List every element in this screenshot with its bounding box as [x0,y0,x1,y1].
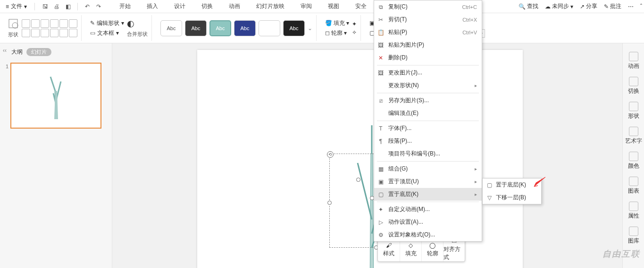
right-sidebar: 动画 切换 形状 艺术字 颜色 图表 属性 图库 [622,43,644,268]
ctx-delete[interactable]: ✕删除(D) [374,51,482,64]
chevron-right-icon: ▸ [475,192,477,197]
slide-number: 1 [6,64,8,69]
collapse-icon[interactable]: ‹‹ [3,47,7,54]
ctx-save-pic[interactable]: ⎚另存为图片(S)... [374,94,482,107]
separator [377,93,479,93]
ctx-group[interactable]: ▦组合(G)▸ [374,162,482,175]
effects-a[interactable]: ✦ [352,21,357,27]
ctx-bring-front[interactable]: ▣置于顶层(U)▸ [374,175,482,188]
handle-w[interactable] [327,201,332,205]
ctx-label: 删除(D) [388,54,408,62]
search-button[interactable]: 🔍查找 [519,2,538,10]
back-icon: ▢ [485,182,493,188]
textbox-icon: ▭ [90,30,95,36]
sync-button[interactable]: ☁未同步▾ [545,2,573,10]
style-5[interactable] [259,20,280,36]
edit-shape-label: 编辑形状 [97,19,119,27]
shape-gallery[interactable] [22,19,77,37]
textbox-button[interactable]: ▭文本框▾ [90,29,124,37]
style-1[interactable]: Abc [160,20,182,36]
ctx-send-back[interactable]: ▢置于底层(K)▸ [374,188,482,201]
edit-shape-icon: ✎ [90,20,95,26]
ctx-copy[interactable]: ⧉复制(C)Ctrl+C [374,0,482,13]
ctx-paragraph[interactable]: ¶段落(P)... [374,135,482,147]
ctx-label: 字体(F)... [388,124,411,132]
rside-transition[interactable]: 切换 [628,77,639,95]
down-one-icon: ▽ [485,195,493,201]
anim-icon: ✦ [377,206,385,213]
tab-start[interactable]: 开始 [118,0,132,12]
share-button[interactable]: ↗分享 [580,2,597,10]
ctx-format[interactable]: ⚙设置对象格式(O)... [374,228,482,241]
rside-chart[interactable]: 图表 [628,177,639,195]
sub-down-one[interactable]: ▽下移一层(B) [483,191,541,204]
action-icon: ▷ [377,219,385,226]
rside-gallery[interactable]: 图库 [628,227,639,245]
shapes-dropdown[interactable]: 形状 [8,18,19,38]
tab-security[interactable]: 安全 [354,0,368,12]
chevron-up-icon[interactable]: ˆ [640,3,642,10]
handle-inner-1[interactable] [356,178,360,182]
back-icon: ▢ [377,191,385,198]
ctx-label: 另存为图片(S)... [388,97,429,105]
mini-label: 轮廓 [427,250,438,258]
undo-icon[interactable]: ↶ [84,3,91,10]
slide-thumbnail-1[interactable]: 1 [10,63,101,129]
preview-icon[interactable]: ◧ [64,3,72,10]
edit-shape-button[interactable]: ✎编辑形状▾ [90,19,124,27]
outline-dropdown[interactable]: ◻轮廓▾ [325,29,349,37]
file-menu[interactable]: ≡ 文件 ▾ [2,1,31,11]
style-4[interactable]: Abc [234,20,256,36]
redo-icon[interactable]: ↷ [95,3,102,10]
merge-shapes-button[interactable]: ◐ 合并形状 [127,18,148,38]
tab-review[interactable]: 审阅 [300,0,313,12]
tab-transition[interactable]: 切换 [201,0,214,12]
chart-icon [629,177,638,186]
save-icon[interactable]: 🖫 [42,3,49,10]
rside-wordart[interactable]: 艺术字 [625,127,642,145]
fill-dropdown[interactable]: 🪣填充▾ [325,19,349,27]
tab-design[interactable]: 设计 [173,0,186,12]
ctx-paste-pic[interactable]: 🖼粘贴为图片(P) [374,39,482,51]
shape-icon [629,102,638,111]
more-icon[interactable]: ⋯ [628,3,634,10]
tab-insert[interactable]: 插入 [146,0,159,12]
ctx-paste[interactable]: 📋粘贴(P)Ctrl+V [374,26,482,39]
menubar-right: 🔍查找 ☁未同步▾ ↗分享 ✎批注 ⋯ ˆ [519,2,642,10]
rotate-handle[interactable]: ⟲ [327,151,334,158]
bucket-icon: ◇ [409,242,413,249]
rside-animation[interactable]: 动画 [628,52,639,70]
rside-label: 图库 [628,237,639,245]
ctx-cut[interactable]: ✂剪切(T)Ctrl+X [374,13,482,26]
effects-b[interactable]: ✧ [352,29,357,36]
ctx-edit-points[interactable]: 编辑顶点(E) [374,107,482,120]
ctx-change-shape[interactable]: 更改形状(N)▸ [374,79,482,92]
ctx-label: 剪切(T) [388,16,407,24]
tab-animation[interactable]: 动画 [228,0,241,12]
ctx-bullets[interactable]: 项目符号和编号(B)... [374,147,482,160]
style-6[interactable]: Abc [283,20,305,36]
ctx-custom-anim[interactable]: ✦自定义动画(M)... [374,203,482,216]
canvas[interactable]: ⟲ [112,43,622,268]
props-icon [629,202,638,211]
spark-icon: ✧ [352,29,357,36]
clipboard-icon: 📋 [377,29,385,36]
tab-slideshow[interactable]: 幻灯片放映 [255,0,285,12]
comment-button[interactable]: ✎批注 [604,2,621,10]
slides-tab[interactable]: 幻灯片 [26,48,51,56]
rside-label: 颜色 [628,162,639,170]
print-icon[interactable]: 🖨 [53,3,60,10]
trans-icon [629,77,638,86]
separator [377,161,479,162]
style-2[interactable]: Abc [185,20,207,36]
style-3-selected[interactable]: Abc [209,20,231,36]
rside-color[interactable]: 颜色 [628,152,639,170]
rside-label: 艺术字 [625,137,642,145]
ctx-font[interactable]: T字体(F)... [374,122,482,135]
style-expand-icon[interactable]: ⌄ [308,25,312,32]
rside-props[interactable]: 属性 [628,202,639,220]
rside-shape[interactable]: 形状 [628,102,639,120]
outline-tab[interactable]: 大纲 [11,48,23,56]
tab-view[interactable]: 视图 [327,0,340,12]
ctx-label: 粘贴为图片(P) [388,41,424,49]
